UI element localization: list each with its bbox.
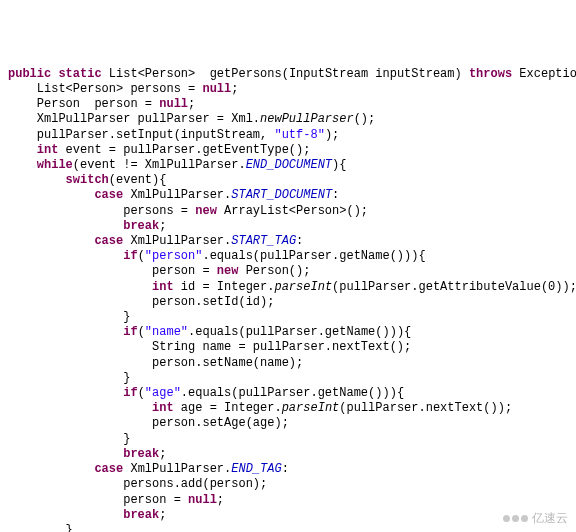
txt: );	[325, 128, 339, 142]
txt: :	[332, 188, 339, 202]
txt: ;	[188, 97, 195, 111]
watermark-text: 亿速云	[532, 511, 568, 526]
kw-case: case	[94, 234, 123, 248]
kw-break: break	[123, 219, 159, 233]
kw-while: while	[37, 158, 73, 172]
txt: person.setId(id);	[8, 295, 274, 309]
txt: ;	[159, 447, 166, 461]
txt: (pullParser.getAttributeValue(0));	[332, 280, 576, 294]
txt: (pullParser.nextText());	[339, 401, 512, 415]
txt: List<Person> persons =	[8, 82, 202, 96]
txt	[8, 158, 37, 172]
string-literal: "person"	[145, 249, 203, 263]
txt: ;	[231, 82, 238, 96]
txt	[8, 234, 94, 248]
constant: START_DOCUMENT	[231, 188, 332, 202]
kw-public: public	[8, 67, 51, 81]
txt	[8, 188, 94, 202]
kw-int: int	[152, 401, 174, 415]
txt	[8, 325, 123, 339]
txt: ;	[217, 493, 224, 507]
kw-int: int	[152, 280, 174, 294]
txt: (	[138, 386, 145, 400]
txt: (event){	[109, 173, 167, 187]
kw-if: if	[123, 249, 137, 263]
txt: person.setName(name);	[8, 356, 303, 370]
txt	[8, 447, 123, 461]
constant: END_DOCUMENT	[246, 158, 332, 172]
kw-break: break	[123, 447, 159, 461]
txt: (	[138, 325, 145, 339]
txt: persons =	[8, 204, 195, 218]
txt: }	[8, 310, 130, 324]
txt: person =	[8, 493, 188, 507]
txt: id = Integer.	[174, 280, 275, 294]
txt	[8, 401, 152, 415]
txt: .equals(pullParser.getName())){	[202, 249, 425, 263]
txt: XmlPullParser pullParser = Xml.	[8, 112, 260, 126]
tail: Exception{	[512, 67, 576, 81]
kw-new: new	[217, 264, 239, 278]
txt: Person person =	[8, 97, 159, 111]
kw-break: break	[123, 508, 159, 522]
txt: XmlPullParser.	[123, 188, 231, 202]
txt: String name = pullParser.nextText();	[8, 340, 411, 354]
method-sig: getPersons(InputStream inputStream)	[210, 67, 462, 81]
constant: END_TAG	[231, 462, 281, 476]
kw-null: null	[188, 493, 217, 507]
txt: XmlPullParser.	[123, 234, 231, 248]
kw-throws: throws	[469, 67, 512, 81]
txt: }	[8, 371, 130, 385]
txt: pullParser.setInput(inputStream,	[8, 128, 274, 142]
txt	[8, 386, 123, 400]
txt: person.setAge(age);	[8, 416, 289, 430]
txt: ;	[159, 508, 166, 522]
kw-switch: switch	[66, 173, 109, 187]
txt: ArrayList<Person>();	[217, 204, 368, 218]
txt: .equals(pullParser.getName())){	[188, 325, 411, 339]
txt: ){	[332, 158, 346, 172]
txt: .equals(pullParser.getName())){	[181, 386, 404, 400]
kw-if: if	[123, 386, 137, 400]
txt: ();	[354, 112, 376, 126]
code-block: public static List<Person> getPersons(In…	[8, 67, 568, 532]
string-literal: "age"	[145, 386, 181, 400]
txt	[8, 173, 66, 187]
txt	[8, 508, 123, 522]
string-literal: "utf-8"	[274, 128, 324, 142]
txt	[8, 219, 123, 233]
string-literal: "name"	[145, 325, 188, 339]
txt	[8, 143, 37, 157]
kw-null: null	[159, 97, 188, 111]
txt: persons.add(person);	[8, 477, 267, 491]
txt	[8, 462, 94, 476]
txt: XmlPullParser.	[123, 462, 231, 476]
method-call: newPullParser	[260, 112, 354, 126]
method-call: parseInt	[282, 401, 340, 415]
kw-case: case	[94, 188, 123, 202]
txt	[8, 249, 123, 263]
kw-if: if	[123, 325, 137, 339]
txt: event = pullParser.getEventType();	[58, 143, 310, 157]
constant: START_TAG	[231, 234, 296, 248]
kw-null: null	[202, 82, 231, 96]
txt: (event != XmlPullParser.	[73, 158, 246, 172]
kw-int: int	[37, 143, 59, 157]
return-type: List<Person>	[109, 67, 203, 81]
txt: }	[8, 432, 130, 446]
txt: ;	[159, 219, 166, 233]
txt: }	[8, 523, 73, 532]
txt: person =	[8, 264, 217, 278]
txt: :	[282, 462, 289, 476]
watermark-icon	[503, 515, 528, 522]
kw-case: case	[94, 462, 123, 476]
watermark: 亿速云	[503, 511, 568, 526]
txt: :	[296, 234, 303, 248]
txt	[8, 280, 152, 294]
method-call: parseInt	[274, 280, 332, 294]
kw-static: static	[58, 67, 101, 81]
kw-new: new	[195, 204, 217, 218]
txt: Person();	[238, 264, 310, 278]
txt: age = Integer.	[174, 401, 282, 415]
txt: (	[138, 249, 145, 263]
